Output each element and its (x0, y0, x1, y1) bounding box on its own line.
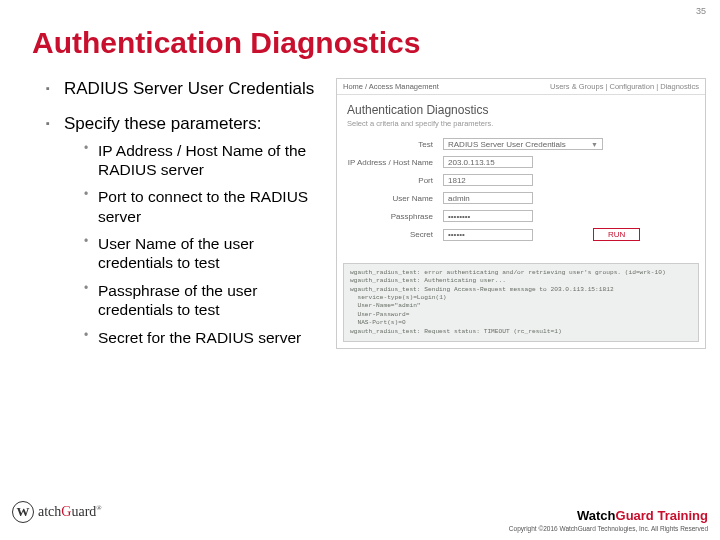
label-secret: Secret (347, 230, 443, 239)
breadcrumb: Home / Access Management (343, 82, 439, 91)
bullet-item: Specify these parameters: IP Address / H… (46, 113, 326, 347)
screenshot-column: Home / Access Management Users & Groups … (336, 78, 710, 361)
row-user: User Name admin (347, 192, 695, 204)
ip-input[interactable]: 203.0.113.15 (443, 156, 533, 168)
row-secret: Secret •••••• RUN (347, 228, 695, 241)
passphrase-input[interactable]: •••••••• (443, 210, 533, 222)
row-port: Port 1812 (347, 174, 695, 186)
content-area: RADIUS Server User Credentials Specify t… (0, 60, 720, 361)
port-input[interactable]: 1812 (443, 174, 533, 186)
copyright: Copyright ©2016 WatchGuard Technologies,… (12, 525, 708, 532)
secret-input[interactable]: •••••• (443, 229, 533, 241)
logo-circle-icon: W (12, 501, 34, 523)
run-button[interactable]: RUN (593, 228, 640, 241)
row-pass: Passphrase •••••••• (347, 210, 695, 222)
panel-topbar: Home / Access Management Users & Groups … (337, 79, 705, 95)
bullet-text: Specify these parameters: (64, 114, 261, 133)
panel-body: Authentication Diagnostics Select a crit… (337, 95, 705, 257)
panel-subheading: Select a criteria and specify the parame… (347, 119, 695, 128)
log-output: wgauth_radius_test: error authenticating… (343, 263, 699, 342)
page-number: 35 (696, 6, 706, 16)
dropdown-value: RADIUS Server User Credentials (448, 140, 566, 149)
bullet-column: RADIUS Server User Credentials Specify t… (46, 78, 336, 361)
topbar-links: Users & Groups | Configuration | Diagnos… (550, 82, 699, 91)
training-label: WatchGuard Training (577, 508, 708, 523)
sub-bullet: User Name of the user credentials to tes… (84, 234, 326, 273)
sub-bullet: IP Address / Host Name of the RADIUS ser… (84, 141, 326, 180)
label-user: User Name (347, 194, 443, 203)
logo-text: atchGuard® (38, 504, 102, 520)
footer: W atchGuard® WatchGuard Training Copyrig… (0, 501, 720, 532)
bullet-item: RADIUS Server User Credentials (46, 78, 326, 99)
row-ip: IP Address / Host Name 203.0.113.15 (347, 156, 695, 168)
app-panel: Home / Access Management Users & Groups … (336, 78, 706, 349)
sub-bullet: Passphrase of the user credentials to te… (84, 281, 326, 320)
logo-w-icon: W (17, 504, 30, 520)
page-title: Authentication Diagnostics (0, 0, 720, 60)
label-ip: IP Address / Host Name (347, 158, 443, 167)
label-test: Test (347, 140, 443, 149)
test-dropdown[interactable]: RADIUS Server User Credentials ▼ (443, 138, 603, 150)
label-pass: Passphrase (347, 212, 443, 221)
username-input[interactable]: admin (443, 192, 533, 204)
watchguard-logo: W atchGuard® (12, 501, 102, 523)
chevron-down-icon: ▼ (591, 141, 598, 148)
panel-heading: Authentication Diagnostics (347, 103, 695, 117)
label-port: Port (347, 176, 443, 185)
row-test: Test RADIUS Server User Credentials ▼ (347, 138, 695, 150)
sub-bullet: Port to connect to the RADIUS server (84, 187, 326, 226)
sub-bullet: Secret for the RADIUS server (84, 328, 326, 347)
